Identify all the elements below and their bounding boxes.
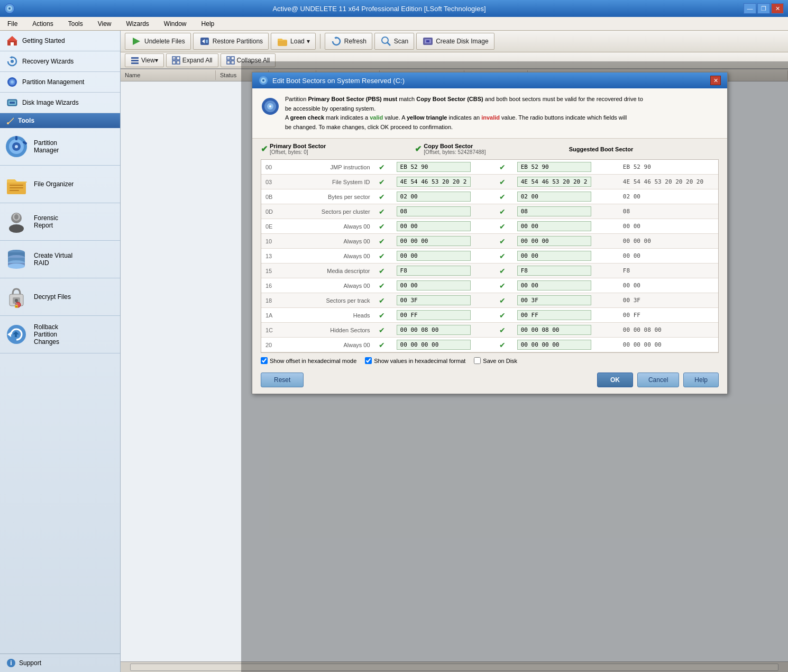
cbs-input[interactable] [517,206,591,216]
menu-window[interactable]: Window [161,19,190,29]
pbs-input[interactable] [397,340,471,350]
undelete-files-btn[interactable]: Undelete Files [125,33,191,50]
sidebar-item-partition-management[interactable]: Partition Management [0,72,120,93]
cbs-value-cell[interactable] [513,293,616,308]
cbs-value-cell[interactable] [513,323,616,338]
offset-cell: 20 [261,338,285,352]
menu-actions[interactable]: Actions [29,19,56,29]
cbs-value-cell[interactable] [513,308,616,323]
menu-help[interactable]: Help [198,19,218,29]
pbs-value-cell[interactable] [392,175,495,189]
cbs-valid-icon: ✔ [499,222,506,231]
pbs-value-cell[interactable] [392,338,495,352]
pbs-value-cell[interactable] [392,160,495,175]
table-row: 0E Always 00 ✔ ✔ 00 00 [261,219,718,234]
pbs-input[interactable] [397,162,471,172]
modal-table-container[interactable]: 00 JMP instruction ✔ ✔ EB 52 90 03 File … [261,159,719,353]
cbs-input[interactable] [517,325,591,335]
sidebar-tool-file-organizer[interactable]: File Organizer [0,166,120,203]
help-btn[interactable]: Help [683,373,719,387]
cbs-input[interactable] [517,295,591,305]
pbs-input[interactable] [397,310,471,320]
pbs-value-cell[interactable] [392,278,495,293]
cbs-input[interactable] [517,221,591,231]
pbs-input[interactable] [397,325,471,335]
menu-wizards[interactable]: Wizards [123,19,152,29]
pbs-input[interactable] [397,236,471,246]
cbs-input[interactable] [517,266,591,276]
show-hex-offset-checkbox[interactable]: Show offset in hexadecimal mode [261,357,356,364]
pbs-input[interactable] [397,206,471,216]
cbs-input[interactable] [517,310,591,320]
cbs-input[interactable] [517,340,591,350]
partition-icon [6,76,18,88]
sidebar-tool-decrypt-files[interactable]: 🔒 Decrypt Files [0,278,120,316]
reset-btn[interactable]: Reset [261,373,304,387]
sidebar-tool-forensic-report[interactable]: Forensic Report [0,203,120,241]
cbs-value-cell[interactable] [513,278,616,293]
cbs-value-cell[interactable] [513,189,616,204]
pbs-value-cell[interactable] [392,204,495,219]
pbs-value-cell[interactable] [392,189,495,204]
support-item[interactable]: i Support [0,653,120,672]
pbs-check-cell: ✔ [374,264,392,278]
refresh-btn[interactable]: Refresh [325,33,372,50]
pbs-value-cell[interactable] [392,308,495,323]
cbs-input[interactable] [517,177,591,187]
pbs-value-cell[interactable] [392,249,495,264]
load-btn[interactable]: Load ▾ [271,33,316,50]
cbs-value-cell[interactable] [513,219,616,234]
cbs-value-cell[interactable] [513,175,616,189]
sidebar-item-getting-started[interactable]: Getting Started [0,31,120,51]
pbs-input[interactable] [397,251,471,261]
minimize-btn[interactable]: — [744,3,756,14]
pbs-input[interactable] [397,192,471,202]
cbs-value-cell[interactable] [513,160,616,175]
cbs-value-cell[interactable] [513,338,616,352]
modal-close-btn[interactable]: ✕ [710,76,721,85]
cbs-value-cell[interactable] [513,249,616,264]
pbs-value-cell[interactable] [392,264,495,278]
menu-view[interactable]: View [95,19,115,29]
menu-file[interactable]: File [4,19,21,29]
view-btn[interactable]: View▾ [125,53,164,67]
show-hex-values-checkbox[interactable]: Show values in hexadecimal format [365,357,465,364]
sidebar-tool-create-virtual-raid[interactable]: Create Virtual RAID [0,241,120,278]
cbs-input[interactable] [517,236,591,246]
table-row: 16 Always 00 ✔ ✔ 00 00 [261,278,718,293]
cbs-input[interactable] [517,280,591,290]
cbs-value-cell[interactable] [513,264,616,278]
pbs-input[interactable] [397,280,471,290]
cbs-input[interactable] [517,251,591,261]
modal-info-line4: be changed. To make changes, click OK pr… [285,123,643,132]
maximize-btn[interactable]: ❐ [757,3,770,14]
cbs-input[interactable] [517,162,591,172]
pbs-input[interactable] [397,266,471,276]
sidebar-tool-rollback-partition-changes[interactable]: Rollback Partition Changes [0,316,120,353]
pbs-value-cell[interactable] [392,234,495,249]
table-row: 1C Hidden Sectors ✔ ✔ 00 00 08 00 [261,323,718,338]
modal-column-headers: ✔ Primary Boot Sector [Offset, bytes: 0]… [252,139,727,159]
sidebar-item-recovery-wizards[interactable]: Recovery Wizards [0,51,120,72]
pbs-input[interactable] [397,295,471,305]
scan-btn[interactable]: Scan [374,33,414,50]
cbs-value-cell[interactable] [513,204,616,219]
sidebar-item-disk-image-wizards[interactable]: Disk Image Wizards [0,93,120,113]
pbs-value-cell[interactable] [392,293,495,308]
pbs-value-cell[interactable] [392,219,495,234]
cbs-input[interactable] [517,192,591,202]
cancel-btn[interactable]: Cancel [637,373,679,387]
sidebar-tool-partition-manager[interactable]: Partition Manager [0,128,120,166]
close-btn[interactable]: ✕ [771,3,784,14]
ok-btn[interactable]: OK [597,373,633,387]
pbs-value-cell[interactable] [392,323,495,338]
save-on-disk-checkbox[interactable]: Save on Disk [474,357,517,364]
pbs-input[interactable] [397,221,471,231]
pbs-input[interactable] [397,177,471,187]
create-disk-image-btn[interactable]: Create Disk Image [416,33,494,50]
expand-all-btn[interactable]: + Expand All [166,53,218,67]
restore-partitions-btn[interactable]: Restore Partitions [193,33,269,50]
table-row: 10 Always 00 ✔ ✔ 00 00 00 [261,234,718,249]
menu-tools[interactable]: Tools [65,19,86,29]
cbs-value-cell[interactable] [513,234,616,249]
